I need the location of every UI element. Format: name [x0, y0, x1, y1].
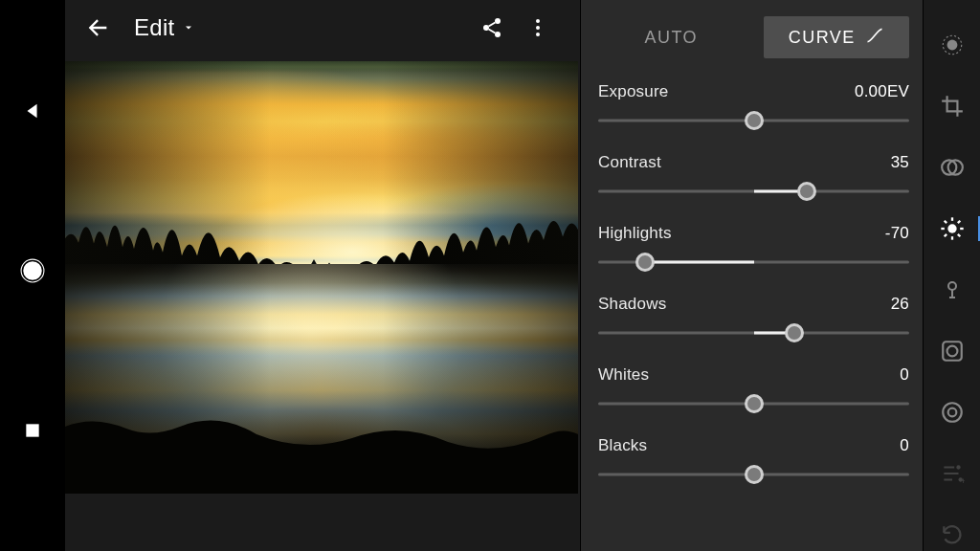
slider-track-exposure[interactable]: [598, 111, 909, 130]
svg-point-0: [23, 261, 42, 280]
slider-track-highlights[interactable]: [598, 253, 909, 272]
svg-point-29: [956, 465, 960, 469]
svg-point-27: [943, 403, 962, 422]
slider-thumb[interactable]: [797, 182, 816, 201]
svg-point-4: [483, 25, 489, 31]
slider-track-contrast[interactable]: [598, 182, 909, 201]
slider-track-shadows[interactable]: [598, 323, 909, 342]
slider-shadows: Shadows26: [598, 295, 909, 342]
undo-button[interactable]: [933, 518, 971, 551]
slider-track-blacks[interactable]: [598, 465, 909, 484]
slider-thumb[interactable]: [745, 111, 764, 130]
slider-blacks: Blacks0: [598, 436, 909, 484]
screen-title: Edit: [134, 14, 175, 41]
slider-label: Contrast: [598, 153, 661, 172]
overflow-menu-button[interactable]: [515, 5, 561, 51]
svg-text:+: +: [960, 475, 964, 486]
system-home-button[interactable]: [17, 255, 48, 286]
svg-point-3: [495, 18, 501, 24]
slider-value: 0: [900, 436, 909, 455]
slider-thumb[interactable]: [745, 465, 764, 484]
dropdown-caret-icon: [183, 20, 194, 37]
profiles-tool[interactable]: [933, 151, 971, 184]
auto-tab[interactable]: AUTO: [598, 16, 745, 58]
system-recents-button[interactable]: [17, 415, 48, 446]
svg-point-7: [536, 26, 540, 30]
slider-track-whites[interactable]: [598, 394, 909, 413]
slider-highlights: Highlights-70: [598, 224, 909, 272]
share-button[interactable]: [469, 5, 515, 51]
slider-value: 0.00EV: [855, 82, 909, 101]
svg-point-5: [495, 32, 501, 37]
detail-tool[interactable]: [933, 396, 971, 429]
slider-contrast: Contrast35: [598, 153, 909, 201]
svg-line-19: [957, 234, 959, 236]
svg-point-26: [947, 346, 957, 357]
svg-point-28: [947, 408, 956, 417]
light-tool[interactable]: [933, 212, 971, 245]
slider-label: Exposure: [598, 82, 668, 101]
slider-thumb[interactable]: [635, 253, 655, 272]
svg-point-10: [947, 40, 957, 51]
slider-thumb[interactable]: [745, 394, 764, 413]
svg-rect-2: [26, 424, 38, 436]
slider-value: 26: [891, 295, 909, 314]
slider-label: Blacks: [598, 436, 647, 455]
svg-line-20: [944, 234, 946, 236]
image-canvas[interactable]: [65, 55, 580, 551]
slider-exposure: Exposure0.00EV: [598, 82, 909, 130]
slider-whites: Whites0: [598, 365, 909, 413]
slider-value: 0: [900, 365, 909, 385]
crop-tool[interactable]: [933, 90, 971, 122]
svg-point-22: [948, 282, 956, 290]
effects-tool[interactable]: [933, 335, 971, 367]
slider-value: 35: [891, 153, 909, 172]
curve-icon: [865, 26, 884, 50]
slider-label: Shadows: [598, 295, 666, 314]
svg-rect-24: [949, 297, 955, 298]
curve-tab[interactable]: CURVE: [764, 16, 910, 58]
screen-title-dropdown[interactable]: Edit: [134, 14, 194, 41]
svg-line-21: [957, 221, 959, 223]
svg-point-8: [536, 33, 540, 36]
system-back-button[interactable]: [17, 96, 48, 126]
slider-label: Whites: [598, 365, 649, 385]
lens-blur-tool[interactable]: [933, 29, 971, 61]
slider-value: -70: [885, 224, 909, 243]
svg-point-13: [947, 224, 956, 232]
svg-point-6: [536, 19, 540, 23]
slider-label: Highlights: [598, 224, 672, 243]
svg-rect-25: [943, 342, 962, 361]
back-button[interactable]: [75, 5, 121, 51]
slider-thumb[interactable]: [785, 323, 804, 342]
presets-tool[interactable]: +: [933, 457, 971, 490]
color-tool[interactable]: [933, 274, 971, 306]
svg-line-18: [944, 221, 946, 223]
